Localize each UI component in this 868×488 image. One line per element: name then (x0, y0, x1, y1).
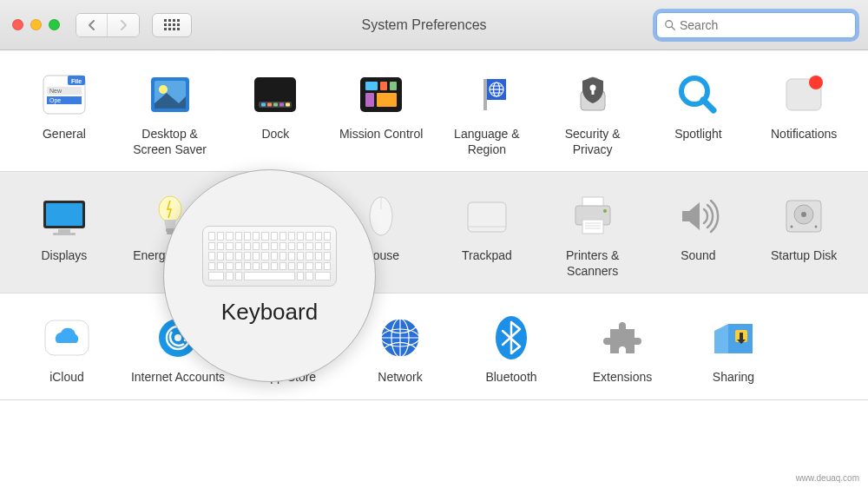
bluetooth-icon (486, 313, 536, 363)
svg-text:Ope: Ope (49, 97, 61, 104)
pref-language[interactable]: Language & Region (438, 66, 536, 161)
toolbar: System Preferences (0, 0, 868, 50)
maximize-icon[interactable] (49, 19, 60, 30)
svg-rect-16 (273, 103, 278, 107)
svg-rect-78 (468, 202, 506, 232)
pref-bluetooth[interactable]: Bluetooth (460, 309, 562, 389)
svg-rect-14 (261, 103, 266, 107)
printers-icon (568, 191, 618, 241)
pref-label: Internet Accounts (131, 370, 225, 386)
svg-line-35 (703, 100, 713, 110)
pref-startup[interactable]: Startup Disk (755, 188, 852, 282)
show-all-button[interactable] (152, 13, 192, 37)
trackpad-icon (462, 191, 512, 241)
svg-text:New: New (49, 88, 62, 94)
svg-point-89 (801, 212, 806, 217)
svg-rect-18 (286, 103, 290, 107)
network-icon (375, 313, 425, 363)
notifications-icon (779, 69, 829, 120)
pref-row-3: iCloud Internet Accounts App Store Netwo… (0, 293, 868, 400)
pref-label: Printers & Scanners (546, 248, 640, 279)
svg-rect-22 (390, 82, 397, 90)
pref-label: General (43, 127, 86, 142)
pref-label: iCloud (49, 370, 84, 386)
pref-extensions[interactable]: Extensions (571, 309, 674, 389)
pref-dock[interactable]: Dock (227, 66, 325, 161)
window-controls (12, 19, 60, 30)
keyboard-icon-large (202, 226, 337, 287)
pref-label: Trackpad (462, 248, 512, 264)
pref-sound[interactable]: Sound (650, 188, 747, 282)
pref-label: Security & Privacy (546, 127, 640, 157)
pref-label: Language & Region (440, 127, 534, 157)
pref-label: Dock (261, 127, 289, 142)
sharing-icon (708, 313, 759, 363)
svg-rect-20 (365, 82, 378, 90)
pref-label: Startup Disk (771, 248, 837, 264)
close-icon[interactable] (12, 19, 23, 30)
pref-label: Displays (41, 248, 87, 264)
svg-rect-33 (591, 89, 594, 95)
pref-mission[interactable]: Mission Control (332, 66, 430, 161)
back-button[interactable] (76, 14, 108, 36)
pref-label: Sound (681, 248, 715, 264)
startup-disk-icon (779, 191, 829, 241)
pref-displays[interactable]: Displays (16, 188, 113, 282)
pref-label: Notifications (771, 127, 837, 142)
svg-point-37 (809, 76, 823, 89)
pref-row-1: FileNewOpe General Desktop & Screen Save… (0, 50, 868, 172)
pref-desktop[interactable]: Desktop & Screen Saver (122, 66, 219, 161)
svg-text:File: File (71, 78, 82, 84)
svg-rect-23 (365, 93, 374, 107)
svg-point-90 (791, 226, 793, 228)
pref-label: Spotlight (674, 127, 721, 142)
pref-label: Bluetooth (485, 370, 536, 386)
displays-icon (39, 191, 89, 241)
pref-label: Extensions (593, 370, 652, 386)
language-icon (462, 69, 512, 120)
svg-rect-21 (380, 82, 387, 90)
svg-point-95 (174, 334, 181, 341)
pref-spotlight[interactable]: Spotlight (650, 66, 747, 161)
search-input[interactable] (680, 18, 848, 32)
dock-icon (250, 69, 300, 120)
pref-general[interactable]: FileNewOpe General (16, 66, 113, 161)
pref-trackpad[interactable]: Trackpad (438, 188, 536, 282)
sound-icon (673, 191, 723, 241)
grid-icon (164, 19, 180, 30)
zoom-lens: Keyboard (163, 169, 376, 382)
security-icon (568, 69, 618, 120)
pref-security[interactable]: Security & Privacy (544, 66, 641, 161)
pref-label: Network (378, 370, 422, 386)
svg-rect-82 (582, 220, 603, 234)
svg-line-1 (672, 26, 675, 30)
svg-rect-40 (58, 229, 70, 233)
pref-icloud[interactable]: iCloud (16, 309, 118, 389)
pref-sharing[interactable]: Sharing (682, 309, 785, 389)
svg-rect-24 (377, 93, 397, 107)
search-field[interactable] (656, 12, 856, 38)
svg-rect-41 (53, 233, 76, 235)
pref-notifications[interactable]: Notifications (755, 66, 852, 161)
mission-control-icon (356, 69, 406, 120)
svg-rect-17 (279, 103, 284, 107)
pref-printers[interactable]: Printers & Scanners (544, 188, 641, 282)
forward-button[interactable] (108, 14, 139, 36)
svg-point-86 (603, 209, 607, 213)
watermark: www.deuaq.com (796, 473, 859, 483)
spotlight-icon (673, 69, 723, 120)
svg-point-91 (815, 226, 818, 228)
svg-point-11 (159, 85, 168, 94)
icloud-icon (42, 313, 92, 363)
svg-rect-25 (483, 79, 487, 110)
minimize-icon[interactable] (30, 19, 42, 30)
pref-label: Sharing (713, 370, 754, 386)
general-icon: FileNewOpe (39, 69, 89, 120)
desktop-icon (145, 69, 195, 120)
pref-label: Mission Control (339, 127, 423, 142)
pref-label: Desktop & Screen Saver (123, 127, 217, 157)
search-icon (664, 19, 676, 31)
pref-row-2: Displays Energy Saver Keyboard Mouse Tra… (0, 172, 868, 293)
svg-rect-39 (46, 203, 82, 226)
window-title: System Preferences (199, 17, 649, 33)
